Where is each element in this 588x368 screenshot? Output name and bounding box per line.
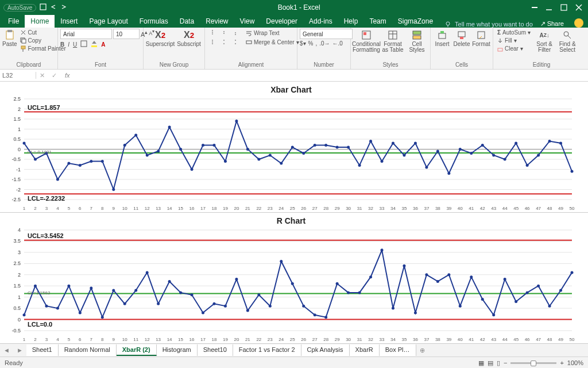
clear-button[interactable]: Clear ▾ xyxy=(496,45,532,52)
comma-icon[interactable]: , xyxy=(315,40,317,47)
tab-add-ins[interactable]: Add-ins xyxy=(303,15,338,28)
tab-help[interactable]: Help xyxy=(338,15,364,28)
maximize-icon[interactable] xyxy=(560,4,567,11)
minimize-icon[interactable] xyxy=(546,4,552,11)
sheet-tab[interactable]: Histogram xyxy=(157,344,198,356)
new-sheet-icon[interactable]: ⊕ xyxy=(416,347,428,354)
svg-point-72 xyxy=(123,144,126,147)
y-tick-label: 2 xyxy=(6,106,21,112)
svg-rect-9 xyxy=(7,30,12,32)
currency-icon[interactable]: $▾ xyxy=(300,40,306,47)
border-button[interactable] xyxy=(80,40,87,48)
delete-cells-button[interactable]: Delete xyxy=(452,29,471,48)
sheet-tab[interactable]: Random Normal xyxy=(59,344,117,356)
undo-icon[interactable] xyxy=(50,3,57,12)
paste-button[interactable]: Paste xyxy=(2,29,17,48)
tab-file[interactable]: File xyxy=(2,15,25,28)
align-top-icon[interactable] xyxy=(207,29,216,37)
italic-button[interactable]: I xyxy=(68,41,69,48)
cancel-formula-icon[interactable]: ✕ xyxy=(36,72,48,79)
insert-cells-button[interactable]: Insert xyxy=(433,29,451,48)
view-normal-icon[interactable]: ▦ xyxy=(478,359,484,367)
enter-formula-icon[interactable]: ✓ xyxy=(48,72,60,79)
bold-button[interactable]: B xyxy=(60,41,64,48)
sort-filter-button[interactable]: AZ↓Sort & Filter xyxy=(533,29,555,54)
sheet-tab[interactable]: Box Pl… xyxy=(380,344,416,356)
tab-home[interactable]: Home xyxy=(25,15,55,28)
superscript-button[interactable]: X2 Superscript xyxy=(146,29,175,48)
format-as-table-button[interactable]: Format as Table xyxy=(381,29,405,54)
zoom-level[interactable]: 100% xyxy=(567,359,583,366)
x-tick-label: 5 xyxy=(68,337,70,342)
tab-insert[interactable]: Insert xyxy=(55,15,83,28)
tab-review[interactable]: Review xyxy=(200,15,234,28)
underline-button[interactable]: U xyxy=(73,41,77,48)
wrap-text-button[interactable]: Wrap Text xyxy=(244,29,281,37)
share-button[interactable]: ↗ Share xyxy=(535,20,570,28)
dec-decimal-icon[interactable]: ←.0 xyxy=(332,40,343,47)
y-tick-label: 1 xyxy=(6,126,21,132)
tell-me-input[interactable]: Tell me what you want to do xyxy=(455,21,533,28)
tab-data[interactable]: Data xyxy=(174,15,200,28)
svg-point-176 xyxy=(571,271,574,274)
align-right-icon[interactable] xyxy=(230,38,239,46)
view-pagebreak-icon[interactable]: ▯ xyxy=(497,359,500,367)
tab-sigmazone[interactable]: SigmaZone xyxy=(392,15,439,28)
tab-developer[interactable]: Developer xyxy=(260,15,303,28)
ribbon-options-icon[interactable] xyxy=(531,4,537,11)
conditional-formatting-button[interactable]: Conditional Formatting xyxy=(353,29,380,54)
x-tick-label: 18 xyxy=(212,337,217,342)
svg-point-105 xyxy=(492,154,495,157)
inc-decimal-icon[interactable]: .0→ xyxy=(319,40,330,47)
align-center-icon[interactable] xyxy=(219,38,228,46)
x-tick-label: 38 xyxy=(435,337,440,342)
subscript-button[interactable]: X2 Subscript xyxy=(176,29,202,48)
x-tick-label: 14 xyxy=(167,206,172,211)
zoom-slider[interactable] xyxy=(510,362,556,364)
number-format-select[interactable] xyxy=(300,29,353,39)
tab-team[interactable]: Team xyxy=(363,15,392,28)
x-tick-label: 24 xyxy=(278,337,284,342)
percent-icon[interactable]: % xyxy=(308,40,314,47)
svg-point-76 xyxy=(168,126,171,129)
align-middle-icon[interactable] xyxy=(219,29,228,37)
tab-page-layout[interactable]: Page Layout xyxy=(83,15,133,28)
svg-rect-1 xyxy=(532,7,537,8)
align-bottom-icon[interactable] xyxy=(230,29,239,37)
redo-icon[interactable] xyxy=(60,3,67,12)
sheet-tab[interactable]: XbarR (2) xyxy=(117,344,157,356)
account-avatar[interactable] xyxy=(574,18,583,28)
x-tick-label: 12 xyxy=(145,206,150,211)
cell-styles-button[interactable]: Cell Styles xyxy=(406,29,428,54)
fx-icon[interactable]: fx xyxy=(60,72,75,79)
autosave-pill[interactable]: AutoSave xyxy=(3,4,36,12)
view-layout-icon[interactable]: ▤ xyxy=(488,359,493,367)
x-tick-label: 21 xyxy=(245,337,250,342)
sheet-tab[interactable]: Sheet1 xyxy=(26,344,59,356)
tab-formulas[interactable]: Formulas xyxy=(134,15,174,28)
zoom-in-icon[interactable]: + xyxy=(560,359,563,366)
autosum-button[interactable]: Σ AutoSum ▾ xyxy=(496,29,532,36)
font-size-select[interactable] xyxy=(113,29,140,39)
chart-title: R Chart xyxy=(6,216,577,225)
x-tick-label: 1 xyxy=(23,337,25,342)
name-box[interactable]: L32 xyxy=(0,72,36,79)
sheet-tab[interactable]: Sheet10 xyxy=(198,344,233,356)
font-color-button[interactable]: A xyxy=(101,41,105,48)
format-cells-button[interactable]: Format xyxy=(472,29,490,48)
zoom-out-icon[interactable]: − xyxy=(504,359,507,366)
sheet-tab[interactable]: XbarR xyxy=(350,344,380,356)
merge-center-button[interactable]: Merge & Center ▾ xyxy=(244,39,301,46)
sheet-nav-next-icon[interactable]: ► xyxy=(13,347,26,354)
sheet-tab[interactable]: Cpk Analysis xyxy=(301,344,350,356)
sheet-tab[interactable]: Factor 1 vs Factor 2 xyxy=(233,344,301,356)
close-icon[interactable] xyxy=(575,4,582,11)
fill-color-button[interactable] xyxy=(91,40,98,48)
find-select-button[interactable]: Find & Select xyxy=(556,29,578,54)
fill-button[interactable]: Fill ▾ xyxy=(496,37,532,44)
font-name-select[interactable] xyxy=(60,29,112,39)
tab-view[interactable]: View xyxy=(234,15,261,28)
save-icon[interactable] xyxy=(40,3,47,12)
sheet-nav-prev-icon[interactable]: ◄ xyxy=(0,347,13,354)
align-left-icon[interactable] xyxy=(207,38,216,46)
